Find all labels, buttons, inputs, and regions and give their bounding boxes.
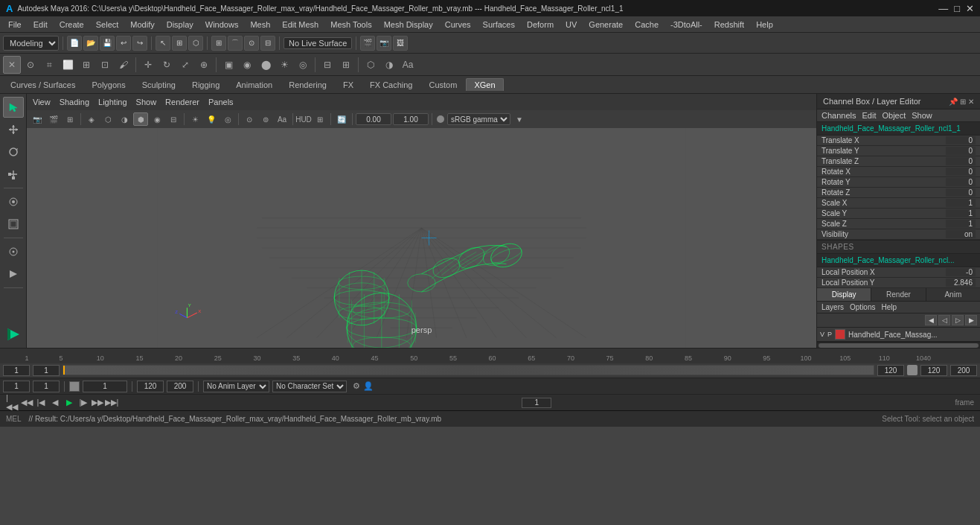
- paint-tool-button[interactable]: ⬡: [188, 36, 203, 51]
- vt-light-1[interactable]: ☀: [188, 112, 202, 126]
- menu-create[interactable]: Create: [54, 19, 89, 30]
- scale-tool-lt[interactable]: [3, 164, 24, 185]
- vertex-mode-button[interactable]: ⊙: [22, 56, 39, 74]
- translate-x-input[interactable]: [356, 113, 391, 125]
- menu-edit-mesh[interactable]: Edit Mesh: [277, 19, 324, 30]
- isolate-button[interactable]: ⊞: [337, 56, 355, 74]
- bc-frame-2[interactable]: [33, 381, 60, 392]
- menu-curves[interactable]: Curves: [440, 19, 476, 30]
- scale-tool-button[interactable]: ⤢: [176, 56, 194, 74]
- vt-aa[interactable]: Aa: [275, 112, 289, 126]
- channel-rotate-z[interactable]: Rotate Z 0: [817, 188, 980, 198]
- snap-surface-button[interactable]: ⊟: [260, 36, 275, 51]
- tab-fx-caching[interactable]: FX Caching: [362, 79, 420, 91]
- vt-smooth[interactable]: ◉: [150, 112, 164, 126]
- vt-film[interactable]: 🎬: [46, 112, 61, 126]
- layer-arrow-right-right[interactable]: ▶: [965, 315, 977, 325]
- render-button[interactable]: 🎬: [360, 36, 375, 51]
- tab-anim[interactable]: Anim: [926, 288, 980, 301]
- ly-menu-layers[interactable]: Layers: [822, 303, 844, 311]
- transport-skip-forward[interactable]: ▶▶|: [105, 397, 118, 409]
- new-scene-button[interactable]: 📄: [67, 36, 82, 51]
- menu-windows[interactable]: Windows: [200, 19, 244, 30]
- cb-menu-channels[interactable]: Channels: [822, 111, 856, 120]
- scrollbar-thumb[interactable]: [819, 343, 979, 348]
- char-settings-button[interactable]: 👤: [363, 381, 374, 391]
- menu-file[interactable]: File: [3, 19, 27, 30]
- menu-mesh-tools[interactable]: Mesh Tools: [325, 19, 377, 30]
- channel-translate-z[interactable]: Translate Z 0: [817, 156, 980, 167]
- timeline-ruler[interactable]: 1 5 10 15 20 25 30 35 40 45 50 55 60 65 …: [0, 349, 980, 363]
- start-frame-input[interactable]: [33, 365, 60, 376]
- texture-button[interactable]: ⬤: [257, 56, 275, 74]
- gamma-settings[interactable]: ▼: [512, 112, 527, 126]
- maximize-button[interactable]: □: [954, 3, 960, 14]
- menu-cache[interactable]: Cache: [630, 19, 664, 30]
- aa-button[interactable]: Aa: [399, 56, 417, 74]
- paint-select-button[interactable]: 🖌: [115, 56, 132, 74]
- menu-help[interactable]: Help: [751, 19, 778, 30]
- snap-options-lt[interactable]: [3, 241, 24, 262]
- end-frame-input-1[interactable]: [877, 365, 904, 376]
- channel-translate-y[interactable]: Translate Y 0: [817, 146, 980, 156]
- display-options-lt[interactable]: [3, 214, 24, 235]
- move-tool-button[interactable]: ✛: [139, 56, 157, 74]
- layer-arrow-left-left[interactable]: ◀: [925, 315, 937, 325]
- layer-visibility-toggle[interactable]: V: [820, 331, 824, 338]
- menu-deform[interactable]: Deform: [522, 19, 559, 30]
- scale-input[interactable]: [393, 113, 429, 125]
- viewport-menu-shading[interactable]: Shading: [60, 98, 89, 106]
- xray-button[interactable]: ⬡: [362, 56, 379, 74]
- transport-next[interactable]: |▶: [77, 397, 90, 409]
- light-button[interactable]: ☀: [275, 56, 293, 74]
- gamma-select[interactable]: sRGB gamma: [447, 113, 510, 125]
- display-render-button[interactable]: 🖼: [393, 36, 408, 51]
- cb-pin-button[interactable]: 📌: [949, 98, 958, 106]
- menu-modify[interactable]: Modify: [125, 19, 159, 30]
- bc-frame-1[interactable]: [3, 381, 30, 392]
- menu-mesh-display[interactable]: Mesh Display: [379, 19, 438, 30]
- tab-curves-surfaces[interactable]: Curves / Surfaces: [3, 79, 83, 91]
- menu-redshift[interactable]: Redshift: [709, 19, 749, 30]
- vt-xray[interactable]: ⊙: [242, 112, 257, 126]
- tab-xgen[interactable]: XGen: [466, 78, 503, 91]
- face-mode-button[interactable]: ⬜: [59, 56, 77, 74]
- layer-scrollbar[interactable]: [817, 342, 980, 348]
- viewport-menu-lighting[interactable]: Lighting: [98, 98, 127, 106]
- transport-step-back[interactable]: ◀◀: [20, 397, 33, 409]
- channel-visibility[interactable]: Visibility on: [817, 229, 980, 240]
- vt-camera-2[interactable]: 🔄: [334, 112, 349, 126]
- layer-color-swatch[interactable]: [835, 329, 845, 340]
- shadow-button[interactable]: ◎: [294, 56, 312, 74]
- vt-shadow[interactable]: ◎: [220, 112, 235, 126]
- vt-wire-shade[interactable]: ◑: [117, 112, 132, 126]
- vt-hud[interactable]: HUD: [296, 112, 311, 126]
- move-tool-lt[interactable]: [3, 119, 24, 140]
- lasso-tool-button[interactable]: ⊞: [172, 36, 187, 51]
- channel-local-pos-y[interactable]: Local Position Y 2.846: [817, 278, 980, 288]
- channel-rotate-y[interactable]: Rotate Y 0: [817, 177, 980, 188]
- channel-scale-x[interactable]: Scale X 1: [817, 198, 980, 209]
- bc-frame-3[interactable]: [83, 381, 127, 392]
- tab-rigging[interactable]: Rigging: [185, 79, 227, 91]
- cb-float-button[interactable]: ⊞: [960, 98, 966, 106]
- menu-display[interactable]: Display: [161, 19, 199, 30]
- menu-mesh[interactable]: Mesh: [245, 19, 275, 30]
- render-options-lt[interactable]: [3, 264, 24, 284]
- menu-3dtoall[interactable]: -3DtoAll-: [665, 19, 708, 30]
- viewport-menu-panels[interactable]: Panels: [208, 98, 234, 106]
- transport-frame-input[interactable]: [522, 398, 551, 408]
- vt-resolution[interactable]: ⊞: [63, 112, 77, 126]
- select-tool-button[interactable]: ↖: [156, 36, 170, 51]
- viewport-menu-view[interactable]: View: [33, 98, 51, 106]
- rotate-tool-button[interactable]: ↻: [158, 56, 176, 74]
- vt-bounding[interactable]: ⊟: [166, 112, 181, 126]
- snap-curve-button[interactable]: ⌒: [228, 36, 243, 51]
- tab-rendering[interactable]: Rendering: [281, 79, 334, 91]
- cb-close-button[interactable]: ✕: [968, 98, 974, 106]
- soft-select-button[interactable]: ⊡: [96, 56, 114, 74]
- shading-button[interactable]: ◑: [380, 56, 398, 74]
- snap-point-button[interactable]: ⊙: [244, 36, 259, 51]
- menu-edit[interactable]: Edit: [28, 19, 53, 30]
- anim-layer-select[interactable]: No Anim Layer: [203, 381, 269, 392]
